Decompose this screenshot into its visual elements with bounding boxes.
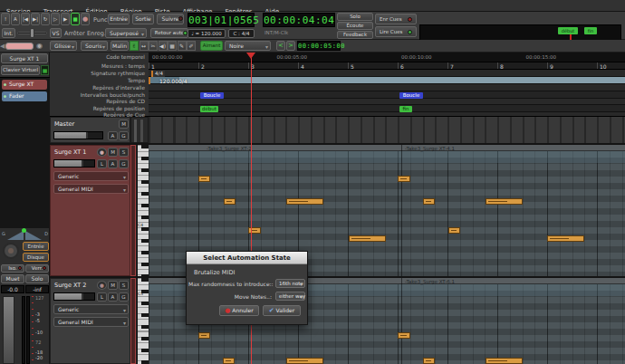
track2-name[interactable]: Surge XT 2	[54, 282, 87, 289]
master-track-name[interactable]: Master	[54, 120, 74, 128]
track1-scroomer[interactable]	[130, 145, 136, 276]
track2-scroomer[interactable]	[130, 278, 136, 364]
ok-button[interactable]: ✔ Valider	[263, 305, 301, 316]
track2-level-button[interactable]: L	[97, 292, 107, 302]
midi-panic-button[interactable]: !	[1, 13, 10, 25]
track1-patch-dropdown[interactable]: Generic▾	[53, 171, 129, 181]
track2-bank-dropdown[interactable]: General MIDI▾	[53, 317, 129, 327]
track1-header[interactable]: Surge XT 1 ● M S L A G Generic▾ General …	[50, 145, 130, 276]
master-automation-a-button[interactable]: A	[108, 131, 118, 140]
grab-tool-button[interactable]: ✌	[130, 41, 139, 51]
monitor-gain-slider[interactable]	[5, 43, 34, 50]
solo-global-button[interactable]: Solo	[337, 13, 373, 21]
processor-surge-xt[interactable]: Surge XT	[2, 80, 47, 90]
cut-tool-button[interactable]: ✂	[149, 41, 158, 51]
ruler-cd-markers-row[interactable]	[149, 99, 625, 105]
feedback-button[interactable]: Feedback	[337, 31, 373, 39]
master-automation-g-button[interactable]: G	[119, 131, 129, 140]
eye-icon[interactable]: ◉	[36, 42, 43, 50]
loop-range-marker[interactable]: Boucle	[399, 92, 423, 99]
track2-fader[interactable]	[53, 292, 95, 301]
record-mode-dropdown[interactable]: Superposé▾	[105, 28, 147, 38]
record-arm-button[interactable]	[3, 243, 19, 259]
ruler-area[interactable]: 4/4 120.000/4 00:00:00:0000:00:05:0000:0…	[149, 53, 625, 117]
strip-name-button[interactable]: Surge XT 1	[1, 53, 48, 63]
prev-marker-button[interactable]: <	[276, 41, 285, 51]
edit-point-dropdown[interactable]: Glisse▾	[50, 41, 77, 51]
sync-source-button[interactable]: Int.	[2, 28, 15, 38]
loop-range-marker[interactable]: Boucle	[200, 92, 224, 99]
audition-tool-button[interactable]: ◀)	[159, 41, 168, 51]
pan-widget[interactable]: G D	[1, 228, 49, 241]
track1-automation-a-button[interactable]: A	[108, 159, 118, 168]
track1-piano-keyboard[interactable]	[137, 145, 149, 276]
midi-keyboard-icon[interactable]: ▦	[41, 65, 49, 75]
master-track-header[interactable]: Master M A G	[50, 117, 130, 143]
varispeed-button[interactable]: VS	[50, 28, 62, 38]
edit-point-clock[interactable]: 00:00:05:00	[297, 41, 341, 51]
track1-bank-dropdown[interactable]: General MIDI▾	[53, 184, 129, 194]
track1-solo-button[interactable]: S	[119, 148, 129, 157]
track2-automation-a-button[interactable]: A	[108, 292, 118, 302]
monitor-input-button[interactable]: Entrée	[23, 242, 49, 251]
goto-start-button[interactable]: |◀	[21, 13, 30, 25]
track1-mute-button[interactable]: M	[108, 148, 118, 157]
meter-button[interactable]: C : 4/4	[228, 29, 255, 38]
ruler-signature-row[interactable]	[149, 70, 625, 77]
track1-automation-g-button[interactable]: G	[119, 159, 129, 168]
primary-clock[interactable]: 003|01|0565	[188, 13, 255, 27]
punch-out-button[interactable]: Sortie	[132, 14, 154, 24]
edit-tool-button[interactable]: ✐	[187, 41, 196, 51]
tempo-button[interactable]: ♩ = 120.000	[188, 29, 226, 38]
record-button[interactable]: ●	[81, 13, 90, 25]
mouse-mode-dropdown[interactable]: Souris▾	[81, 41, 108, 51]
master-fader[interactable]	[53, 131, 103, 139]
draw-tool-button[interactable]: ✎	[178, 41, 187, 51]
track2-solo-button[interactable]: S	[119, 281, 129, 290]
punch-in-button[interactable]: Entrée	[108, 14, 130, 24]
track2-header[interactable]: Surge XT 2 ● M S L A G Generic▾ General …	[50, 278, 130, 364]
listen-button[interactable]: Écoute	[337, 22, 373, 30]
solo-button[interactable]: Solo	[25, 274, 49, 283]
start-marker[interactable]: début	[200, 106, 218, 112]
master-scrollbar[interactable]	[134, 120, 137, 142]
cancel-button[interactable]: ● Annuler	[219, 305, 259, 316]
content-tool-button[interactable]: ▦	[168, 41, 177, 51]
move-notes-select[interactable]: either way▾	[275, 292, 305, 301]
snap-button[interactable]: Aimant	[200, 41, 223, 51]
track2-patch-dropdown[interactable]: Generic▾	[53, 304, 129, 314]
end-marker[interactable]: fin	[399, 106, 412, 112]
time-signature-chip[interactable]: 4/4	[151, 71, 165, 77]
tempo-value[interactable]: 120.000/4	[159, 78, 188, 84]
ruler-bars-row[interactable]	[149, 62, 625, 70]
automation-state-dialog[interactable]: Select Automation State Brutalize MIDI M…	[186, 251, 308, 325]
ruler-tempo-row[interactable]	[149, 77, 625, 84]
track2-record-arm-button[interactable]: ●	[97, 281, 107, 290]
track2-mute-button[interactable]: M	[108, 281, 118, 290]
track1-fader[interactable]	[53, 159, 95, 168]
monitor-knob-icon[interactable]: ◀	[0, 43, 5, 50]
play-button[interactable]: ▶	[61, 13, 70, 25]
randomness-select[interactable]: 16th note▾	[275, 279, 305, 288]
next-marker-button[interactable]: >	[286, 41, 295, 51]
virtual-keyboard-button[interactable]: Clavier Virtuel	[1, 65, 40, 75]
range-tool-button[interactable]: ↔	[139, 41, 149, 51]
stop-button[interactable]: ■	[71, 13, 80, 25]
mute-button[interactable]: Muet	[1, 274, 24, 283]
loop-button[interactable]: ↻	[41, 13, 50, 25]
dialog-title[interactable]: Select Automation State	[187, 252, 307, 264]
playhead-marker-icon[interactable]	[246, 53, 255, 59]
processor-box[interactable]: Surge XT Fader	[0, 77, 50, 228]
gain-display[interactable]: -0.0	[1, 285, 24, 293]
track1-record-arm-button[interactable]: ●	[97, 148, 107, 157]
master-scrollbar-2[interactable]	[140, 120, 143, 142]
track1-name[interactable]: Surge XT 1	[54, 148, 87, 156]
shuttle-stop-button[interactable]: Arrêter	[64, 30, 85, 37]
ruler-location-markers-row[interactable]	[149, 105, 625, 112]
metronome-button[interactable]: A	[11, 13, 20, 25]
master-mute-button[interactable]: M	[119, 120, 129, 129]
track1-region-name-band[interactable]	[149, 145, 625, 151]
shuttle-handle[interactable]	[30, 28, 34, 38]
ruler-range-markers-row[interactable]	[149, 84, 625, 91]
goto-end-button[interactable]: ▶|	[31, 13, 40, 25]
